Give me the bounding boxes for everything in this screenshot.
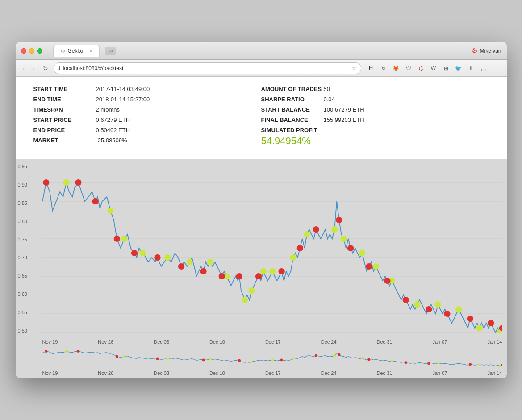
y-label-2: 0.85	[18, 200, 27, 206]
svg-point-37	[113, 236, 120, 242]
y-label-7: 0.60	[18, 291, 27, 297]
chart-container: 0.95 0.90 0.85 0.80 0.75 0.70 0.65 0.60 …	[16, 159, 507, 378]
svg-point-61	[209, 358, 211, 361]
sharpe-value: 0.04	[324, 96, 335, 103]
x-label-7: Jan 07	[432, 339, 447, 345]
content-area: START TIME 2017-11-14 03:49:00 END TIME …	[16, 77, 507, 378]
x-label-8: Jan 14	[487, 339, 502, 345]
mini-x-label-5: Dec 24	[321, 370, 337, 376]
start-balance-row: START BALANCE 100.67279 ETH	[261, 106, 489, 113]
ext-pocket-button[interactable]: 🦊	[391, 63, 401, 74]
svg-point-45	[278, 268, 284, 274]
mini-chart: Nov 19 Nov 26 Dec 03 Dec 10 Dec 17 Dec 2…	[16, 347, 507, 378]
mini-x-label-3: Dec 10	[209, 370, 225, 376]
ext-shield-button[interactable]: 🛡	[403, 63, 414, 74]
svg-point-23	[304, 231, 310, 237]
svg-point-18	[248, 287, 255, 294]
svg-point-63	[271, 358, 273, 361]
svg-point-16	[207, 259, 213, 265]
mini-x-label-2: Dec 03	[154, 370, 169, 376]
svg-point-48	[336, 217, 342, 223]
profit-value: 54.94954%	[261, 135, 489, 147]
browser-window: ⚙ Gekko × ▭ ⚙ Mike van ‹ › ↻ ℹ localhost…	[16, 42, 507, 378]
mini-x-label-1: Nov 26	[98, 370, 113, 376]
svg-point-59	[123, 355, 125, 358]
ext-refresh-button[interactable]: ↻	[378, 63, 389, 74]
y-label-6: 0.65	[18, 273, 27, 279]
stats-right: AMOUNT OF TRADES 50 SHARPE RATIO 0.04 ST…	[261, 86, 489, 150]
svg-point-58	[65, 350, 67, 353]
x-label-1: Nov 26	[98, 339, 113, 345]
close-button[interactable]	[21, 48, 26, 54]
svg-point-50	[366, 263, 372, 270]
minimize-button[interactable]	[29, 48, 34, 54]
x-label-3: Dec 10	[209, 339, 225, 345]
gekko-icon: ⚙	[472, 46, 478, 55]
svg-point-77	[280, 358, 283, 361]
timespan-row: TIMESPAN 2 months	[33, 106, 261, 113]
maximize-button[interactable]	[37, 48, 42, 54]
mini-x-label-7: Jan 07	[432, 370, 447, 376]
mini-x-label-0: Nov 19	[42, 370, 58, 376]
bookmark-icon[interactable]: ☆	[351, 65, 356, 71]
stats-panel: START TIME 2017-11-14 03:49:00 END TIME …	[16, 77, 507, 159]
active-tab[interactable]: ⚙ Gekko ×	[53, 45, 100, 57]
svg-point-25	[340, 236, 347, 242]
start-time-value: 2017-11-14 03:49:00	[96, 86, 150, 92]
x-label-2: Dec 03	[154, 339, 169, 345]
refresh-button[interactable]: ↻	[40, 63, 51, 74]
ext-grid-button[interactable]: ⊞	[441, 63, 451, 74]
svg-point-47	[313, 226, 319, 233]
svg-point-75	[202, 358, 205, 361]
end-time-label: END TIME	[33, 96, 96, 103]
end-time-row: END TIME 2018-01-14 15:27:00	[33, 96, 261, 103]
mini-chart-svg	[42, 349, 502, 367]
tab-icon: ⚙	[61, 48, 65, 54]
svg-point-53	[425, 306, 431, 312]
ext-twitter-button[interactable]: 🐦	[453, 63, 464, 74]
browser-menu-button[interactable]: ⋮	[492, 64, 502, 72]
timespan-label: TIMESPAN	[33, 106, 96, 113]
svg-point-38	[131, 250, 137, 256]
forward-button[interactable]: ›	[30, 63, 38, 74]
new-tab-button[interactable]: ▭	[105, 47, 116, 55]
ext-red-button[interactable]: ⬡	[416, 63, 426, 74]
end-price-row: END PRICE 0.50402 ETH	[33, 127, 261, 133]
svg-point-79	[338, 353, 340, 356]
svg-point-62	[250, 360, 253, 363]
final-balance-row: FINAL BALANCE 155.99203 ETH	[261, 116, 489, 123]
svg-point-32	[476, 325, 482, 331]
svg-point-22	[290, 254, 296, 261]
svg-point-14	[164, 254, 170, 261]
ext-box-button[interactable]: ⬚	[478, 63, 489, 74]
svg-point-83	[468, 363, 471, 366]
start-price-row: START PRICE 0.67279 ETH	[33, 116, 261, 123]
tab-close-icon[interactable]: ×	[89, 49, 92, 54]
svg-point-68	[436, 362, 439, 364]
trades-label: AMOUNT OF TRADES	[261, 86, 324, 92]
ext-h-button[interactable]: H	[366, 63, 376, 74]
sharpe-label: SHARPE RATIO	[261, 96, 324, 103]
svg-point-29	[414, 301, 420, 308]
svg-point-26	[359, 250, 365, 256]
mini-x-label-4: Dec 17	[265, 370, 281, 376]
main-chart-svg	[42, 164, 502, 333]
svg-point-24	[331, 226, 337, 233]
svg-point-55	[467, 316, 473, 322]
svg-point-42	[218, 273, 225, 279]
svg-point-46	[296, 245, 303, 251]
x-label-6: Dec 31	[377, 339, 393, 345]
x-label-5: Dec 24	[321, 339, 337, 345]
address-bar[interactable]: ℹ localhost:8080/#/backtest ☆	[54, 62, 361, 74]
svg-point-67	[390, 359, 393, 362]
market-label: MARKET	[33, 137, 96, 144]
y-axis: 0.95 0.90 0.85 0.80 0.75 0.70 0.65 0.60 …	[18, 164, 27, 333]
svg-point-44	[255, 273, 261, 279]
ext-info-button[interactable]: ℹ	[466, 63, 476, 74]
ext-w-button[interactable]: W	[428, 63, 439, 74]
svg-point-56	[488, 320, 494, 326]
svg-point-74	[156, 358, 159, 360]
start-price-value: 0.67279 ETH	[96, 116, 130, 123]
simulated-profit-label: SIMULATED PROFIT	[261, 127, 324, 133]
back-button[interactable]: ‹	[20, 63, 28, 74]
